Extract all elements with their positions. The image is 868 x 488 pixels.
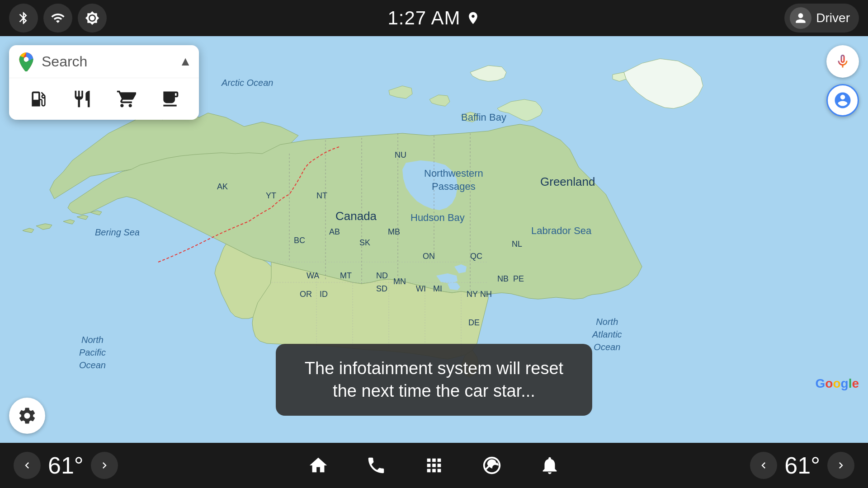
temp-left-display: 61° [48,452,84,479]
toast-text: The infotainment system will reset the n… [305,359,563,400]
bottom-right-controls: 61° [750,452,854,479]
gas-station-shortcut[interactable] [24,84,53,113]
status-bar-right: Driver [784,4,859,33]
restaurant-icon [72,89,92,109]
toast-notification: The infotainment system will reset the n… [276,344,592,416]
gas-station-icon [28,89,48,109]
map-top-right-controls [826,45,859,117]
temp-right-prev-button[interactable] [750,452,777,479]
phone-icon [366,455,387,476]
wifi-button[interactable] [43,4,72,33]
wifi-icon [51,11,65,25]
restaurant-shortcut[interactable] [68,84,97,113]
search-panel: Search ▲ [9,45,199,120]
driver-avatar [790,7,811,29]
hvac-fan-icon [481,455,502,476]
home-icon [308,455,329,476]
notifications-bell-icon [539,455,560,476]
coffee-icon [160,89,180,109]
brightness-button[interactable] [78,4,107,33]
chevron-right-icon-left [98,459,111,472]
google-watermark: Google [816,376,859,391]
status-bar: 1:27 AM Driver [0,0,868,36]
apps-button[interactable] [419,450,449,481]
temp-right-next-button[interactable] [827,452,854,479]
bluetooth-icon [16,11,31,25]
bluetooth-button[interactable] [9,4,38,33]
driver-button[interactable]: Driver [784,4,859,33]
bottom-bar: 61° [0,443,868,488]
driver-label: Driver [816,11,850,25]
chevron-left-icon-right [757,459,770,472]
temp-left-prev-button[interactable] [14,452,41,479]
settings-button[interactable] [9,398,45,434]
search-bar[interactable]: Search ▲ [9,45,199,78]
temp-right-display: 61° [784,452,820,479]
grocery-icon [116,89,136,109]
coffee-shortcut[interactable] [156,84,184,113]
microphone-icon [835,53,851,70]
profile-icon [833,91,852,110]
maps-logo [16,52,36,71]
grocery-shortcut[interactable] [112,84,141,113]
status-time: 1:27 AM [387,7,460,29]
search-input-display[interactable]: Search [42,53,179,70]
phone-button[interactable] [361,450,392,481]
bottom-center-nav [303,450,565,481]
search-shortcuts [9,78,199,120]
voice-search-button[interactable] [826,45,859,78]
person-icon [793,11,808,25]
status-center: 1:27 AM [387,7,480,29]
user-profile-button[interactable] [826,84,859,117]
home-button[interactable] [303,450,334,481]
hvac-button[interactable] [476,450,507,481]
settings-gear-icon [17,406,37,426]
status-icons-left [9,4,107,33]
chevron-left-icon [21,459,33,472]
brightness-icon [85,11,99,25]
notifications-button[interactable] [534,450,565,481]
apps-grid-icon [424,455,444,476]
temp-left-next-button[interactable] [91,452,118,479]
bottom-left-controls: 61° [14,452,118,479]
search-chevron-icon: ▲ [179,54,192,69]
chevron-right-icon-right [835,459,847,472]
location-icon [466,11,481,25]
